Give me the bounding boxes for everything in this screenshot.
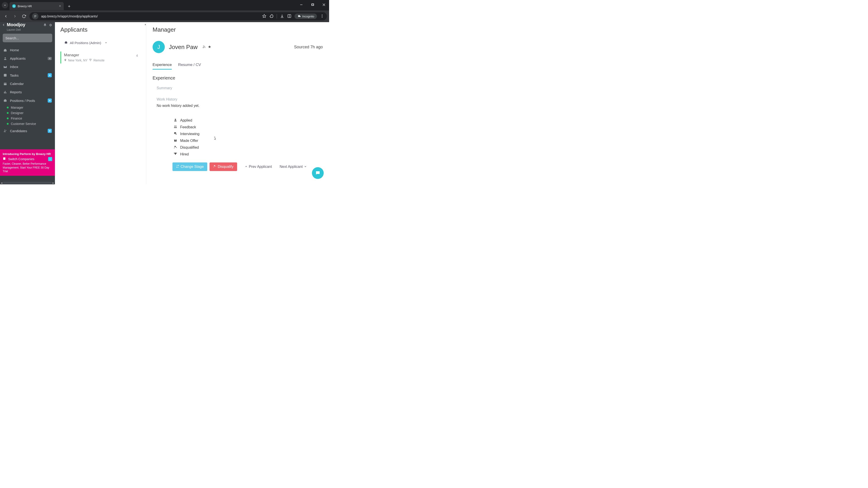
status-dot-icon — [7, 123, 8, 125]
position-customer-service[interactable]: Customer Service — [7, 121, 55, 127]
nav-home[interactable]: Home — [0, 46, 55, 54]
bookmark-star-icon[interactable] — [262, 14, 266, 19]
sidebar: Moodjoy Lauren Dell Search... Home — [0, 22, 55, 184]
person-remove-icon — [174, 145, 178, 150]
nav-label: Applicants — [10, 57, 26, 60]
briefcase-icon — [3, 99, 7, 102]
gear-icon[interactable] — [49, 23, 52, 28]
svg-marker-29 — [208, 45, 211, 48]
tab-experience[interactable]: Experience — [153, 63, 172, 70]
extensions-icon[interactable] — [270, 14, 274, 19]
browser-menu-icon[interactable] — [320, 14, 324, 19]
applicants-count-badge: 4 — [48, 57, 52, 60]
scroll-left-icon[interactable]: ◀ — [0, 182, 3, 184]
checkbox-icon — [3, 73, 7, 77]
go-icon[interactable]: › — [48, 157, 52, 161]
disqualify-button[interactable]: Disqualify — [210, 162, 237, 171]
reading-list-icon[interactable] — [287, 14, 291, 19]
window-minimize-icon[interactable] — [298, 1, 305, 8]
section-experience: Experience — [153, 75, 323, 80]
tab-title: Breezy HR — [18, 4, 32, 8]
browser-back-button[interactable] — [2, 13, 9, 20]
svg-rect-20 — [5, 91, 6, 93]
stage-interviewing[interactable]: Interviewing — [174, 132, 323, 136]
prev-applicant[interactable]: Prev Applicant — [245, 165, 272, 169]
stage-hired[interactable]: Hired — [174, 152, 323, 157]
address-bar[interactable]: app.breezy.hr/app/c/moodjoy/applicants/ — [29, 12, 327, 20]
chat-icon — [174, 132, 178, 136]
horizontal-scrollbar[interactable]: ◀ ▶ — [0, 181, 55, 184]
incognito-label: Incognito — [302, 15, 314, 18]
add-candidate-button[interactable]: + — [48, 129, 52, 133]
scroll-track[interactable] — [3, 182, 52, 184]
window-close-icon[interactable] — [320, 1, 328, 8]
stage-feedback[interactable]: Feedback — [174, 125, 323, 129]
svg-rect-21 — [6, 92, 6, 93]
promo-banner[interactable]: Introducing Perform by Breezy HR Switch … — [0, 149, 55, 176]
briefcase-icon — [64, 41, 68, 45]
browser-reload-button[interactable] — [20, 13, 28, 20]
add-task-button[interactable]: + — [48, 73, 52, 77]
calendar-icon — [3, 82, 7, 86]
trophy-icon — [174, 152, 178, 157]
chat-fab[interactable] — [312, 167, 324, 179]
new-tab-button[interactable]: ＋ — [66, 3, 72, 9]
rss-icon[interactable] — [203, 45, 206, 49]
back-chevron-icon[interactable] — [2, 23, 5, 28]
stage-label: Disqualified — [180, 145, 199, 150]
nav-reports[interactable]: Reports — [0, 88, 55, 96]
nav-label: Reports — [10, 90, 22, 94]
nav-inbox[interactable]: Inbox — [0, 63, 55, 71]
nav-calendar[interactable]: Calendar — [0, 79, 55, 88]
svg-rect-1 — [312, 4, 313, 6]
next-applicant[interactable]: Next Applicant — [280, 165, 307, 169]
stage-menu: Applied Feedback Interviewing Made Offer… — [174, 118, 323, 157]
bell-icon[interactable] — [43, 23, 47, 28]
svg-rect-17 — [4, 83, 6, 85]
star-icon[interactable] — [208, 45, 211, 49]
position-manager[interactable]: Manager — [7, 105, 55, 110]
stage-applied[interactable]: Applied — [174, 118, 323, 123]
nav-positions[interactable]: Positions / Pools + — [0, 96, 55, 105]
tab-resume[interactable]: Resume / CV — [178, 63, 201, 70]
nav-tasks[interactable]: Tasks + — [0, 71, 55, 79]
tab-search-dropdown[interactable] — [2, 2, 8, 8]
nav-applicants[interactable]: Applicants 4 — [0, 54, 55, 63]
browser-forward-button[interactable] — [11, 13, 19, 20]
home-icon — [3, 48, 7, 52]
position-designer[interactable]: Designer — [7, 110, 55, 116]
stage-made-offer[interactable]: Made Offer — [174, 138, 323, 143]
add-position-button[interactable]: + — [48, 98, 52, 103]
browser-tab[interactable]: b Breezy HR × — [9, 2, 64, 10]
switch-label: Switch Companies — [8, 157, 34, 161]
stage-disqualified[interactable]: Disqualified — [174, 145, 323, 150]
svg-rect-22 — [4, 100, 6, 102]
position-card[interactable]: Manager New York, NY Remote 4 — [60, 52, 141, 64]
incognito-indicator[interactable]: Incognito — [294, 13, 317, 19]
window-maximize-icon[interactable] — [309, 1, 316, 8]
search-input[interactable]: Search... — [3, 34, 52, 42]
person-icon — [3, 57, 7, 60]
nav-label: Inbox — [10, 65, 18, 69]
switch-companies[interactable]: Switch Companies › — [3, 157, 52, 161]
change-stage-button[interactable]: Change Stage — [173, 162, 207, 171]
site-settings-icon[interactable] — [32, 13, 38, 20]
filter-label: All Positions (Admin) — [70, 41, 101, 45]
svg-point-12 — [322, 14, 322, 15]
scroll-right-icon[interactable]: ▶ — [52, 182, 55, 184]
sub-label: Customer Service — [11, 122, 36, 126]
nav-candidates[interactable]: Candidates + — [0, 127, 55, 135]
swap-icon — [176, 165, 179, 169]
svg-rect-2 — [312, 4, 314, 6]
nav-label: Prev Applicant — [249, 165, 272, 169]
svg-rect-25 — [3, 157, 5, 160]
downloads-icon[interactable] — [280, 14, 284, 19]
close-tab-icon[interactable]: × — [59, 4, 61, 8]
svg-line-41 — [215, 166, 216, 167]
position-finance[interactable]: Finance — [7, 116, 55, 121]
positions-filter[interactable]: All Positions (Admin) — [64, 41, 141, 45]
chevron-down-icon — [304, 165, 307, 169]
building-icon — [3, 157, 6, 161]
detail-heading: Manager — [153, 26, 323, 33]
applicant-name: Joven Paw — [169, 43, 197, 51]
